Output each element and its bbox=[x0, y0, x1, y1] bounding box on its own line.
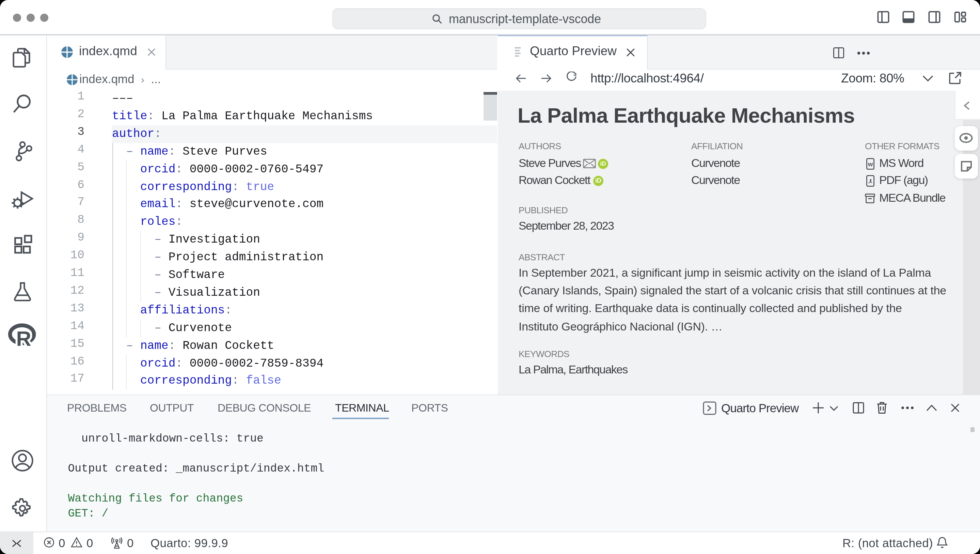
svg-text:w: w bbox=[867, 160, 873, 167]
svg-text:R: R bbox=[16, 327, 31, 350]
